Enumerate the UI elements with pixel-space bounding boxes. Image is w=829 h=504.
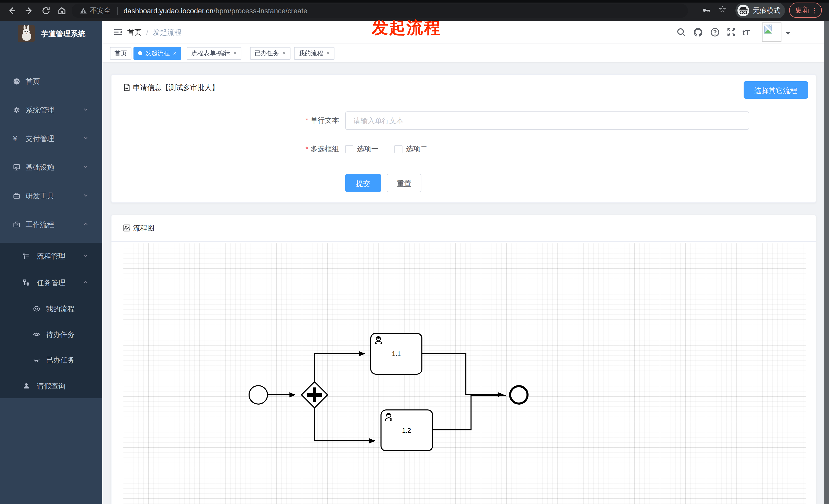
submit-button[interactable]: 提交: [345, 174, 381, 192]
monitor-icon: [13, 163, 21, 171]
field-label-checkbox-group: *多选框组: [237, 145, 339, 154]
tab-done-tasks[interactable]: 已办任务×: [250, 47, 290, 60]
page-annotation-title: 发起流程: [372, 17, 441, 39]
tab-form-edit[interactable]: 流程表单-编辑×: [187, 47, 241, 60]
app-logo[interactable]: 芋道管理系统: [0, 24, 102, 45]
url-divider: [117, 7, 117, 15]
choose-other-process-button[interactable]: 选择其它流程: [744, 81, 808, 99]
card-title: 流程图: [133, 224, 154, 233]
user-avatar[interactable]: [762, 23, 782, 42]
sidebar-item-payment[interactable]: ¥ 支付管理: [0, 124, 102, 153]
start-event[interactable]: [249, 386, 267, 404]
card-header: 流程图: [111, 215, 816, 242]
checkbox-option2[interactable]: [394, 145, 402, 153]
browser-menu-icon[interactable]: ⋮: [811, 6, 818, 14]
incognito-badge: 无痕模式: [735, 3, 785, 18]
sidebar-item-workflow[interactable]: 工作流程: [0, 210, 102, 239]
breadcrumb-separator: /: [146, 28, 148, 36]
sidebar-collapse-icon[interactable]: [113, 28, 123, 37]
browser-forward-icon[interactable]: [25, 6, 34, 15]
chevron-down-icon: [83, 253, 88, 258]
breadcrumb-home[interactable]: 首页: [127, 28, 142, 36]
url-path[interactable]: /bpm/process-instance/create: [214, 7, 308, 15]
close-icon[interactable]: ×: [326, 49, 330, 57]
bookmark-star-icon[interactable]: ☆: [719, 4, 726, 15]
security-label[interactable]: 不安全: [90, 6, 111, 15]
org-tree-icon: [23, 279, 30, 286]
sidebar-item-process-mgmt[interactable]: 流程管理: [0, 243, 102, 269]
end-event[interactable]: [510, 386, 528, 403]
fullscreen-icon[interactable]: [726, 27, 736, 37]
required-asterisk: *: [305, 145, 309, 153]
tags-view-bar: 首页 发起流程× 流程表单-编辑× 已办任务× 我的流程×: [102, 43, 829, 62]
breadcrumb-current: 发起流程: [153, 28, 182, 36]
browser-update-button[interactable]: 更新 ⋮: [789, 3, 822, 18]
card-header: 申请信息【测试多审批人】 选择其它流程: [111, 75, 816, 101]
single-line-text-input[interactable]: [345, 111, 749, 130]
sidebar-item-label: 已办任务: [46, 347, 75, 373]
sidebar-item-todo-tasks[interactable]: 待办任务: [0, 321, 102, 347]
briefcase-icon: [13, 221, 21, 228]
chevron-up-icon: [83, 280, 88, 284]
chevron-down-icon: [83, 193, 88, 198]
sidebar-item-system[interactable]: 系统管理: [0, 95, 102, 124]
list-tree-icon: [23, 252, 30, 260]
update-label: 更新: [795, 6, 809, 15]
active-dot-icon: [138, 51, 142, 55]
sidebar-item-label: 我的流程: [46, 296, 75, 321]
close-icon[interactable]: ×: [233, 49, 237, 57]
font-size-icon[interactable]: tT: [743, 28, 753, 38]
github-icon[interactable]: [693, 27, 703, 37]
sidebar-item-label: 流程管理: [37, 243, 66, 269]
sidebar-item-label: 待办任务: [46, 321, 75, 347]
flow-task2-to-end: [433, 395, 506, 430]
eye-closed-icon: [33, 356, 40, 364]
sidebar-item-label: 基础设施: [26, 153, 54, 182]
page-scrollbar[interactable]: [824, 21, 829, 504]
sidebar-item-infrastructure[interactable]: 基础设施: [0, 153, 102, 182]
sidebar-item-task-mgmt[interactable]: 任务管理: [0, 269, 102, 296]
sidebar-item-my-process[interactable]: 我的流程: [0, 296, 102, 321]
checkbox-option1[interactable]: [345, 145, 353, 153]
sidebar-item-done-tasks[interactable]: 已办任务: [0, 347, 102, 373]
application-info-card: 申请信息【测试多审批人】 选择其它流程 *单行文本 *多选框组 选项一 选项二 …: [111, 74, 816, 203]
browser-back-icon[interactable]: [7, 6, 16, 15]
checkbox-option1-label[interactable]: 选项一: [357, 145, 379, 154]
chevron-down-icon: [83, 136, 88, 140]
face-icon: [33, 305, 40, 313]
user-icon: [23, 382, 30, 390]
tab-home[interactable]: 首页: [110, 47, 132, 60]
chevron-down-icon: [83, 107, 88, 112]
tab-label: 我的流程: [299, 49, 323, 57]
close-icon[interactable]: ×: [173, 49, 176, 57]
sidebar-item-label: 工作流程: [26, 210, 54, 239]
browser-reload-icon[interactable]: [41, 6, 50, 15]
browser-home-icon[interactable]: [57, 6, 67, 15]
sidebar-item-label: 首页: [26, 67, 40, 95]
password-key-icon[interactable]: [702, 6, 711, 17]
bpmn-canvas[interactable]: 1.1 1.2: [123, 243, 806, 504]
url-host[interactable]: dashboard.yudao.iocoder.cn: [123, 7, 214, 15]
tab-label: 首页: [114, 49, 127, 57]
sidebar-item-leave-query[interactable]: 请假查询: [0, 373, 102, 399]
sidebar: 芋道管理系统 首页 系统管理 ¥ 支付管理 基础设施 研发工具: [0, 21, 102, 504]
flow-task1-to-end: [422, 354, 503, 395]
sidebar-item-home[interactable]: 首页: [0, 67, 102, 95]
sidebar-item-label: 支付管理: [26, 124, 54, 153]
close-icon[interactable]: ×: [282, 49, 286, 57]
search-icon[interactable]: [676, 27, 686, 37]
tab-start-process[interactable]: 发起流程×: [134, 47, 181, 60]
help-icon[interactable]: [710, 27, 720, 37]
breadcrumb: 首页/发起流程: [127, 28, 182, 37]
checkbox-option2-label[interactable]: 选项二: [406, 145, 428, 154]
tab-label: 已办任务: [255, 49, 279, 57]
main-content: 申请信息【测试多审批人】 选择其它流程 *单行文本 *多选框组 选项一 选项二 …: [102, 61, 829, 504]
sidebar-item-devtools[interactable]: 研发工具: [0, 182, 102, 210]
reset-button[interactable]: 重置: [387, 174, 422, 192]
sidebar-item-label: 请假查询: [37, 373, 66, 399]
document-icon: [123, 83, 131, 91]
address-bar[interactable]: 不安全 dashboard.yudao.iocoder.cn/bpm/proce…: [72, 4, 688, 18]
tab-my-process[interactable]: 我的流程×: [294, 47, 334, 60]
avatar-caret-icon[interactable]: [786, 32, 791, 35]
app-logo-image: [18, 25, 35, 42]
